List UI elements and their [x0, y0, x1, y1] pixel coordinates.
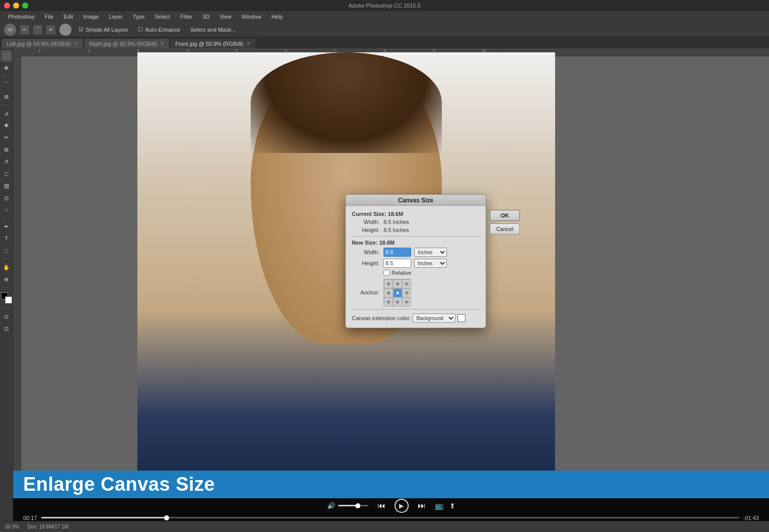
window-controls[interactable] [4, 3, 28, 9]
width-input[interactable] [383, 248, 411, 257]
extension-color-select[interactable]: Background Foreground White Black Gray [413, 314, 455, 323]
share-icon[interactable]: ⬆ [449, 502, 455, 510]
new-width-field-label: Width: [352, 249, 379, 255]
new-size-label: New Size: 18.6M [352, 240, 480, 246]
pen-tool[interactable]: ✒ [1, 221, 12, 232]
close-button[interactable] [4, 3, 10, 9]
current-width-value: 8.5 Inches [383, 219, 409, 225]
extra-controls: 📺 ⬆ [435, 502, 455, 510]
rewind-button[interactable]: ⏮ [377, 501, 386, 510]
anchor-tc[interactable] [393, 279, 402, 288]
anchor-grid[interactable] [383, 279, 411, 306]
eyedropper-tool[interactable]: ⊿ [1, 108, 12, 119]
tab-front-jpg[interactable]: Front.jpg @ 50.9% (RGB/8) ✕ [170, 38, 256, 48]
select-mask-button[interactable]: Select and Mask... [187, 26, 239, 34]
menu-image[interactable]: Image [79, 13, 103, 21]
dialog-title: Canvas Size [398, 197, 433, 204]
tab-right-jpg[interactable]: Right.jpg @ 50.9% (RGB/8) ✕ [84, 38, 170, 48]
current-width-field-label: Width: [352, 219, 379, 225]
history-tool[interactable]: ↺ [1, 156, 12, 167]
maximize-button[interactable] [22, 3, 28, 9]
progress-bar[interactable] [41, 517, 739, 518]
doc-size: Doc: 18.6M/17.1M [27, 524, 68, 529]
tab-close-left[interactable]: ✕ [74, 41, 78, 46]
move-tool[interactable]: ✥ [1, 62, 12, 73]
anchor-br[interactable] [402, 297, 411, 307]
brush-size-circle[interactable] [59, 24, 71, 36]
anchor-ml[interactable] [384, 288, 393, 297]
heal-tool[interactable]: ✚ [1, 120, 12, 131]
anchor-center[interactable] [393, 288, 402, 297]
workspace: ⬚ ✥ ⌒ ⊞ ⊿ ✚ ✏ ⊞ ↺ ◻ ▨ ◎ ○ ✒ T □ ✋ ⊕ ⊙ ⊡ … [0, 48, 769, 521]
dialog-title-bar: Canvas Size [346, 195, 486, 206]
type-tool[interactable]: T [1, 233, 12, 244]
volume-icon[interactable]: 🔊 [327, 502, 335, 509]
blur-tool[interactable]: ◎ [1, 192, 12, 203]
sample-label: Simple All Layers [86, 27, 128, 33]
crop-tool[interactable]: ⊞ [1, 91, 12, 102]
play-button[interactable]: ▶ [395, 499, 409, 513]
anchor-bl[interactable] [384, 297, 393, 307]
shape-tool[interactable]: □ [1, 245, 12, 256]
height-unit-select[interactable]: Inches Pixels Centimeters [414, 259, 447, 268]
stamp-tool[interactable]: ⊞ [1, 144, 12, 155]
dialog-body: Current Size: 18.6M Width: 8.5 Inches He… [346, 206, 486, 328]
sample-layers-option[interactable]: ☑ Simple All Layers [75, 25, 131, 34]
eraser-tool[interactable]: ◻ [1, 168, 12, 179]
lasso-tool[interactable]: ⌒ [1, 79, 12, 90]
tab-close-right[interactable]: ✕ [160, 41, 164, 46]
tab-close-front[interactable]: ✕ [247, 41, 251, 46]
brush-tool[interactable]: ✏ [1, 132, 12, 143]
menu-type[interactable]: Type [128, 13, 148, 21]
minimize-button[interactable] [13, 3, 19, 9]
app-title: Adobe Photoshop CC 2015.5 [348, 3, 420, 9]
volume-slider[interactable] [338, 505, 368, 506]
cancel-button[interactable]: Cancel [490, 223, 520, 235]
current-size-label: Current Size: 18.6M [352, 211, 480, 217]
zoom-tool[interactable]: ⊕ [1, 274, 12, 285]
current-width-row: Width: 8.5 Inches [352, 219, 480, 225]
auto-enhance-option[interactable]: ☐ Auto-Enhance [135, 25, 183, 34]
menu-3d[interactable]: 3D [198, 13, 213, 21]
height-input[interactable] [383, 259, 411, 268]
anchor-bc[interactable] [393, 297, 402, 307]
hand-tool[interactable]: ✋ [1, 262, 12, 273]
menu-file[interactable]: File [41, 13, 58, 21]
background-color[interactable] [5, 296, 12, 303]
relative-row: Relative [383, 270, 480, 276]
quick-mask[interactable]: ⊙ [1, 311, 12, 322]
new-height-row: Height: Inches Pixels Centimeters [352, 259, 480, 268]
dodge-tool[interactable]: ○ [1, 204, 12, 215]
menu-layer[interactable]: Layer [105, 13, 127, 21]
width-unit-select[interactable]: Inches Pixels Centimeters [414, 248, 447, 257]
gradient-tool[interactable]: ▨ [1, 180, 12, 191]
anchor-tr[interactable] [402, 279, 411, 288]
extension-color-swatch[interactable] [457, 314, 466, 322]
menu-edit[interactable]: Edit [59, 13, 77, 21]
canvas-size-dialog: Canvas Size OK Cancel Current Size: 18.6… [345, 194, 486, 328]
fg-bg-color[interactable] [1, 292, 12, 303]
airplay-icon[interactable]: 📺 [435, 502, 443, 510]
anchor-tl[interactable] [384, 279, 393, 288]
selection-tool[interactable]: ⬚ [1, 50, 12, 61]
screen-mode[interactable]: ⊡ [1, 323, 12, 334]
current-height-value: 8.5 Inches [383, 227, 409, 233]
relative-checkbox[interactable] [383, 270, 390, 276]
menu-view[interactable]: View [215, 13, 236, 21]
divider2 [352, 309, 480, 310]
menu-window[interactable]: Window [238, 13, 265, 21]
sample-checkbox[interactable]: ☑ [79, 26, 84, 33]
menu-filter[interactable]: Filter [176, 13, 196, 21]
svg-point-8 [396, 291, 399, 294]
brush-tool2-icon: ⌒ [33, 25, 42, 34]
anchor-mr[interactable] [402, 288, 411, 297]
new-width-row: Width: Inches Pixels Centimeters [352, 248, 480, 257]
extension-color-label: Canvas extension color: [352, 315, 411, 321]
menu-help[interactable]: Help [267, 13, 287, 21]
menu-select[interactable]: Select [150, 13, 174, 21]
canvas-area: 1 2 3 4 5 6 7 8 9 10 Canvas Size [13, 48, 769, 521]
fast-forward-button[interactable]: ⏭ [418, 501, 426, 510]
ok-button[interactable]: OK [490, 210, 520, 221]
menu-photoshop[interactable]: Photoshop [4, 13, 39, 21]
tab-left-jpg[interactable]: Left.jpg @ 50.9% (RGB/8) ✕ [1, 38, 84, 48]
